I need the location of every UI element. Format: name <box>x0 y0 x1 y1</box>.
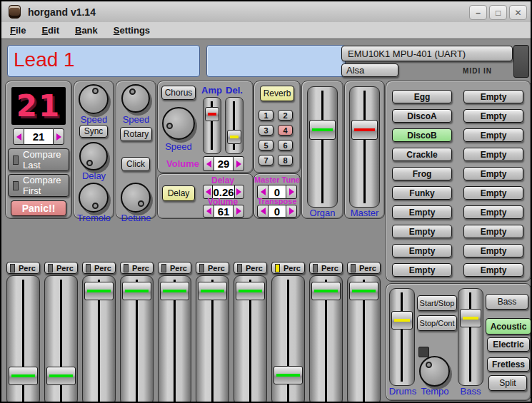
minimize-button[interactable]: – <box>469 5 487 20</box>
panic-button[interactable]: Panic!! <box>11 200 66 216</box>
bank-button-empty-7[interactable]: Empty <box>463 205 523 219</box>
bass-mode-bass-button[interactable]: Bass <box>486 294 528 310</box>
rotary-button[interactable]: Rotary <box>120 127 152 141</box>
menu-settings[interactable]: Settings <box>114 25 150 36</box>
sync-button[interactable]: Sync <box>79 125 108 138</box>
bank-button-empty-4[interactable]: Empty <box>463 148 523 161</box>
chorus-speed-knob[interactable] <box>162 107 195 140</box>
organ-volume-fader[interactable] <box>307 86 338 208</box>
perc-checkbox-9[interactable]: Perc <box>309 262 343 274</box>
delay-button[interactable]: Delay <box>162 185 195 201</box>
drawbar-fader-10[interactable] <box>347 275 381 403</box>
bank-button-empty-2[interactable]: Empty <box>463 109 523 123</box>
reverb-preset-5[interactable]: 5 <box>259 140 273 151</box>
drawbar-fader-2[interactable] <box>44 275 78 403</box>
preset-up-button[interactable] <box>53 128 64 145</box>
chorus-del-slider[interactable] <box>225 97 244 154</box>
bank-button-empty-8[interactable]: Empty <box>392 225 452 238</box>
perc-checkbox-2[interactable]: Perc <box>44 262 78 274</box>
drawbar-fader-6[interactable] <box>196 275 229 403</box>
bass-mode-acoustic-button[interactable]: Acoustic <box>486 318 531 335</box>
reverb-preset-2[interactable]: 2 <box>278 110 293 121</box>
reverb-preset-1[interactable]: 1 <box>259 110 273 121</box>
tempo-knob[interactable] <box>419 356 450 387</box>
chorus-volume-value[interactable]: 29 <box>214 156 233 171</box>
chorus-volume-down[interactable] <box>203 156 214 171</box>
drawbar-fader-3[interactable] <box>82 275 116 403</box>
reverb-preset-3[interactable]: 3 <box>259 125 273 136</box>
bank-button-empty-9[interactable]: Empty <box>392 244 452 257</box>
perc-checkbox-6[interactable]: Perc <box>196 262 229 274</box>
master-volume-fader[interactable] <box>349 86 380 208</box>
perc-checkbox-8[interactable]: Perc <box>271 262 305 274</box>
perc-checkbox-5[interactable]: Perc <box>158 262 191 274</box>
vibrato-speed-knob[interactable] <box>79 84 109 114</box>
chorus-button[interactable]: Chorus <box>161 86 196 100</box>
bass-mode-electric-button[interactable]: Electric <box>487 337 530 352</box>
bass-volume-fader[interactable] <box>458 288 483 386</box>
close-button[interactable]: ✕ <box>509 5 527 20</box>
tremolo-knob[interactable] <box>79 183 109 213</box>
drawbar-fader-5[interactable] <box>158 275 191 403</box>
perc-checkbox-4[interactable]: Perc <box>120 262 154 274</box>
bank-button-funky-6[interactable]: Funky <box>392 186 452 200</box>
perc-checkbox-1[interactable]: Perc <box>6 262 40 274</box>
bank-button-egg-1[interactable]: Egg <box>392 90 452 103</box>
delay-volume-value[interactable]: 61 <box>214 205 233 218</box>
drawbar-fader-1[interactable] <box>6 275 40 403</box>
start-stop-button[interactable]: Start/Stop <box>417 295 457 311</box>
perc-checkbox-10[interactable]: Perc <box>347 262 381 274</box>
perc-checkbox-7[interactable]: Perc <box>234 262 267 274</box>
bank-button-empty-5[interactable]: Empty <box>463 167 523 180</box>
reverb-preset-7[interactable]: 7 <box>259 155 273 165</box>
perc-checkbox-3[interactable]: Perc <box>82 262 116 274</box>
stop-cont-button[interactable]: Stop/Cont <box>417 315 457 331</box>
bass-mode-split-button[interactable]: Split <box>488 375 527 391</box>
reverb-preset-4[interactable]: 4 <box>278 125 293 136</box>
drums-volume-fader[interactable] <box>389 288 415 386</box>
vibrato-delay-knob[interactable] <box>79 142 108 170</box>
delay-volume-down[interactable] <box>203 205 214 218</box>
drawbar-fader-9[interactable] <box>309 275 343 403</box>
preset-number-value[interactable]: 21 <box>24 128 53 145</box>
rotary-speed-knob[interactable] <box>121 84 150 113</box>
bank-button-empty-1[interactable]: Empty <box>463 90 523 103</box>
transpose-value[interactable]: 0 <box>268 205 286 218</box>
perc-label: Perc <box>132 264 149 272</box>
menu-edit[interactable]: Edit <box>41 25 59 36</box>
chorus-del-label: Del. <box>224 85 245 96</box>
chorus-amp-slider[interactable] <box>203 97 221 154</box>
bass-mode-fretless-button[interactable]: Fretless <box>487 357 530 372</box>
click-button[interactable]: Click <box>121 157 150 171</box>
reverb-preset-8[interactable]: 8 <box>278 155 293 165</box>
midi-device-button[interactable]: EMU10K1 MPU-401 (UART) <box>341 46 513 61</box>
bank-button-frog-5[interactable]: Frog <box>392 167 452 180</box>
bank-button-empty-7[interactable]: Empty <box>392 205 452 219</box>
bank-button-empty-10[interactable]: Empty <box>463 263 523 277</box>
reverb-preset-6[interactable]: 6 <box>278 140 293 151</box>
compare-first-button[interactable]: Compare First <box>8 174 69 197</box>
audio-driver-button[interactable]: Alsa <box>341 63 398 77</box>
bank-button-empty-6[interactable]: Empty <box>463 186 523 200</box>
preset-down-button[interactable] <box>13 128 24 145</box>
detune-knob[interactable] <box>121 183 151 213</box>
menu-file[interactable]: File <box>10 25 26 36</box>
bank-button-discob-3[interactable]: DiscoB <box>392 128 452 142</box>
reverb-button[interactable]: Reverb <box>260 86 294 101</box>
compare-last-button[interactable]: Compare Last <box>8 148 69 171</box>
bank-button-crackle-4[interactable]: Crackle <box>392 148 452 161</box>
bank-button-empty-3[interactable]: Empty <box>463 128 523 142</box>
drawbar-fader-7[interactable] <box>234 275 267 403</box>
drawbar-fader-4[interactable] <box>120 275 154 403</box>
transpose-down[interactable] <box>257 205 268 218</box>
delay-volume-up[interactable] <box>233 205 244 218</box>
maximize-button[interactable]: □ <box>489 5 507 20</box>
drawbar-fader-8[interactable] <box>271 275 305 403</box>
transpose-up[interactable] <box>286 205 297 218</box>
bank-button-empty-10[interactable]: Empty <box>392 263 452 277</box>
bank-button-empty-8[interactable]: Empty <box>463 225 523 238</box>
menu-bank[interactable]: Bank <box>75 25 98 36</box>
bank-button-discoa-2[interactable]: DiscoA <box>392 109 452 123</box>
bank-button-empty-9[interactable]: Empty <box>463 244 523 257</box>
chorus-volume-up[interactable] <box>233 156 244 171</box>
